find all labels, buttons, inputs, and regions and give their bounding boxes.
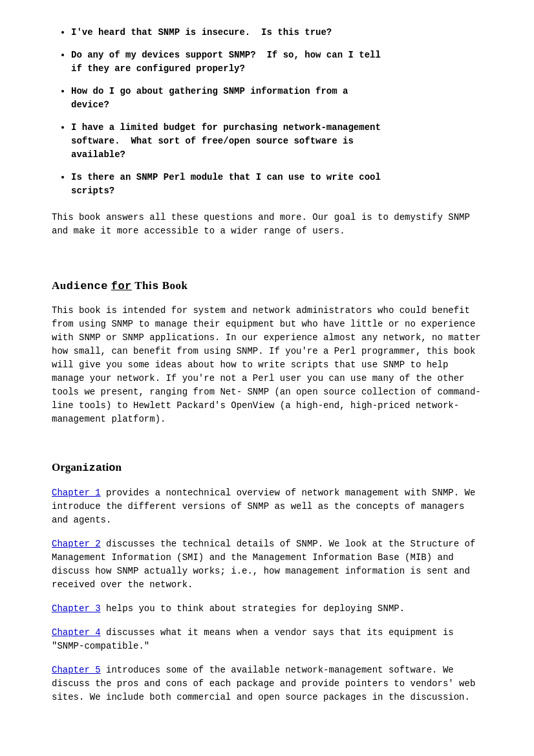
chapter-4-link[interactable]: Chapter 4 [52, 627, 101, 638]
chapter-5-link[interactable]: Chapter 5 [52, 665, 101, 675]
audience-heading: Audience for This Book [52, 277, 482, 295]
audience-heading-text: Audience for This Book [52, 279, 188, 292]
chapter-5-entry: Chapter 5 introduces some of the availab… [52, 664, 482, 704]
bullet-item-1: I've heard that SNMP is insecure. Is thi… [71, 26, 482, 39]
bullet-item-5: Is there an SNMP Perl module that I can … [71, 171, 482, 198]
chapter-2-description: discusses the technical details of SNMP.… [52, 539, 475, 590]
chapter-1-description: provides a nontechnical overview of netw… [52, 488, 475, 525]
chapter-3-entry: Chapter 3 helps you to think about strat… [52, 602, 482, 616]
bullet-list: I've heard that SNMP is insecure. Is thi… [52, 26, 482, 198]
chapter-4-description: discusses what it means when a vendor sa… [52, 627, 454, 651]
chapter-2-link[interactable]: Chapter 2 [52, 539, 101, 549]
intro-paragraph: This book answers all these questions an… [52, 211, 482, 238]
organization-section: Organization Chapter 1 provides a nontec… [52, 459, 482, 705]
chapter-1-entry: Chapter 1 provides a nontechnical overvi… [52, 486, 482, 527]
chapter-4-entry: Chapter 4 discusses what it means when a… [52, 626, 482, 653]
bullet-item-2: Do any of my devices support SNMP? If so… [71, 49, 482, 76]
chapter-2-entry: Chapter 2 discusses the technical detail… [52, 537, 482, 592]
chapter-5-description: introduces some of the available network… [52, 665, 475, 702]
chapter-3-description: helps you to think about strategies for … [101, 603, 405, 614]
chapter-3-link[interactable]: Chapter 3 [52, 603, 101, 614]
audience-paragraph: This book is intended for system and net… [52, 304, 482, 426]
bullet-item-4: I have a limited budget for purchasing n… [71, 121, 482, 162]
organization-heading: Organization [52, 459, 482, 477]
bullet-item-3: How do I go about gathering SNMP informa… [71, 85, 482, 112]
chapter-1-link[interactable]: Chapter 1 [52, 488, 101, 498]
